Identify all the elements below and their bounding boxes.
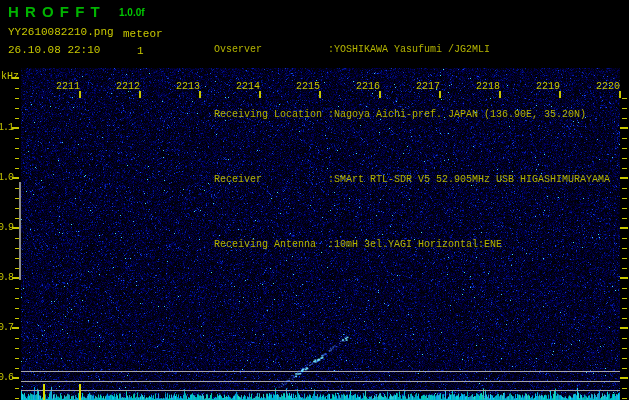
time-tick-label: 2211 [54, 81, 80, 92]
freq-tick-label: 0.7 [0, 322, 13, 333]
time-tick-label: 2213 [174, 81, 200, 92]
observer-value: :YOSHIKAWA Yasufumi /JG2MLI [328, 44, 490, 55]
observation-info: Ovserver:YOSHIKAWA Yasufumi /JG2MLI Rece… [178, 4, 610, 290]
meteor-count: 1 [137, 45, 144, 57]
freq-tick-label: 0.8 [0, 272, 13, 283]
receiving-location-row: Receiving Location:Nagoya Aichi-pref. JA… [178, 95, 610, 134]
receiving-antenna-label: Receiving Antenna [214, 238, 328, 251]
app-version: 1.0.0f [119, 7, 145, 18]
time-tick-label: 2219 [534, 81, 560, 92]
app-title: H R O F F T [8, 3, 101, 20]
datetime-label: 26.10.08 22:10 [8, 44, 100, 56]
time-tick-label: 2216 [354, 81, 380, 92]
observer-label: Ovserver [214, 43, 328, 56]
mode-label: meteor [123, 28, 163, 40]
observer-row: Ovserver:YOSHIKAWA Yasufumi /JG2MLI [178, 30, 610, 69]
freq-tick-label: 1.0 [0, 172, 13, 183]
time-tick-label: 2212 [114, 81, 140, 92]
receiving-antenna-value: :10mH 3el.YAGI Horizontal:ENE [328, 239, 502, 250]
time-tick-label: 2214 [234, 81, 260, 92]
freq-unit-label: kHz [1, 71, 19, 82]
receiver-label: Receiver [214, 173, 328, 186]
time-tick-label: 2215 [294, 81, 320, 92]
receiving-location-label: Receiving Location [214, 108, 328, 121]
freq-tick-label: 0.9 [0, 222, 13, 233]
time-tick-label: 2220 [594, 81, 620, 92]
receiving-location-value: :Nagoya Aichi-pref. JAPAN (136.90E, 35.2… [328, 109, 586, 120]
time-tick-label: 2217 [414, 81, 440, 92]
output-filename: YY2610082210.png [8, 26, 114, 38]
time-tick-label: 2218 [474, 81, 500, 92]
receiver-row: Receiver:SMArt RTL-SDR V5 52.905MHz USB … [178, 160, 610, 199]
freq-tick-label: 0.6 [0, 372, 13, 383]
receiver-value: :SMArt RTL-SDR V5 52.905MHz USB HIGASHIM… [328, 174, 610, 185]
freq-tick-label: 1.1 [0, 122, 13, 133]
receiving-antenna-row: Receiving Antenna:10mH 3el.YAGI Horizont… [178, 225, 610, 264]
hrofft-window: H R O F F T 1.0.0f YY2610082210.png mete… [0, 0, 629, 400]
